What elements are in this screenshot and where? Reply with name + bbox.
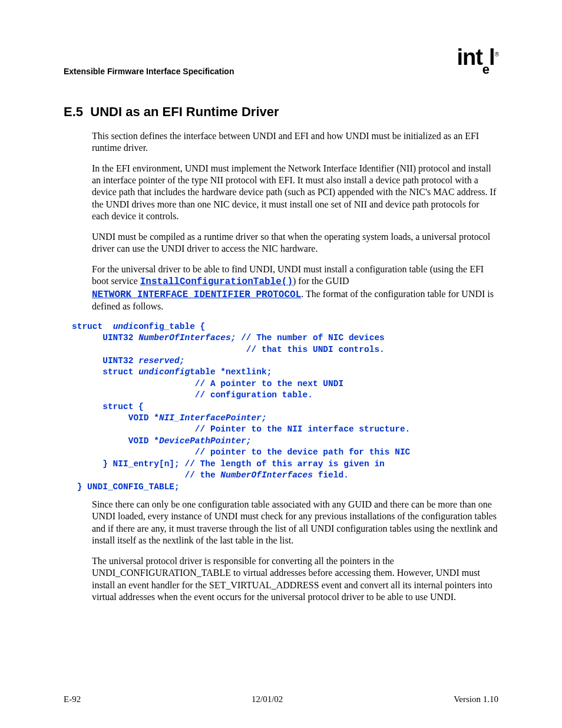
paragraph-5: Since there can only be one configuratio… [64,499,498,547]
footer-date: 12/01/02 [252,694,283,704]
install-configuration-table-link[interactable]: InstallConfigurationTable() [140,276,293,287]
code-block: struct undiconfig_table { UINT32 NumberO… [64,321,498,493]
page: Extensible Firmware Interface Specificat… [0,0,562,728]
footer: E-92 12/01/02 Version 1.10 [64,694,498,704]
page-number: E-92 [64,694,81,704]
header: Extensible Firmware Interface Specificat… [64,47,498,76]
paragraph-3: UNDI must be compiled as a runtime drive… [64,231,498,255]
section-heading: E.5 UNDI as an EFI Runtime Driver [64,104,498,120]
nii-protocol-link[interactable]: NETWORK_INTERFACE_IDENTIFIER_PROTOCOL [92,289,301,300]
paragraph-2: In the EFI environment, UNDI must implem… [64,163,498,223]
paragraph-6: The universal protocol driver is respons… [64,555,498,604]
paragraph-1: This section defines the interface betwe… [64,130,498,154]
document-title: Extensible Firmware Interface Specificat… [64,67,234,76]
footer-version: Version 1.10 [454,694,498,704]
intel-logo: intel® [457,45,498,74]
paragraph-4: For the universal driver to be able to f… [64,263,498,313]
